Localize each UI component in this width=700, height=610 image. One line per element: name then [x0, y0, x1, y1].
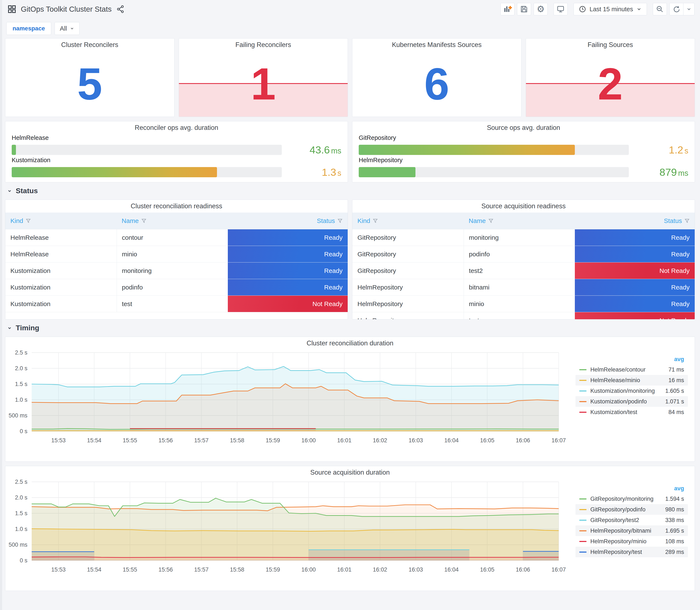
cell-name: bitnami	[464, 279, 575, 295]
panel-title[interactable]: Failing Sources	[526, 38, 695, 51]
variable-namespace-picker[interactable]: All	[54, 22, 80, 35]
column-header-name[interactable]: Name	[464, 212, 575, 229]
x-axis-tick-label: 15:58	[230, 566, 244, 573]
panel-title[interactable]: Cluster reconciliation duration	[5, 337, 695, 350]
panel-title[interactable]: Source acquisition duration	[5, 466, 695, 479]
add-panel-button[interactable]	[501, 3, 515, 15]
row-header-status[interactable]: Status	[7, 187, 694, 195]
y-axis-tick-label: 500 ms	[9, 412, 28, 419]
legend-series-name[interactable]: Kustomization/podinfo	[590, 398, 665, 405]
x-axis-tick-label: 16:02	[373, 437, 387, 444]
x-axis-tick-label: 15:59	[266, 566, 280, 573]
filter-icon[interactable]	[26, 218, 31, 223]
dashboard-settings-button[interactable]: ⚙	[534, 3, 548, 15]
row-header-timing[interactable]: Timing	[7, 324, 694, 332]
time-series-plot[interactable]: 0 s500 ms1.0 s1.5 s2.0 s2.5 s15:5315:541…	[6, 478, 575, 580]
panel-title[interactable]: Failing Reconcilers	[179, 38, 348, 51]
panel-title[interactable]: Reconciler ops avg. duration	[5, 122, 348, 134]
zoom-out-button[interactable]	[653, 3, 667, 15]
cell-status: Ready	[228, 262, 348, 279]
legend-series-dash	[579, 498, 587, 499]
legend-series-name[interactable]: GitRepository/podinfo	[590, 506, 665, 513]
stat-value: 5	[5, 51, 174, 117]
chevron-down-icon	[7, 188, 12, 194]
legend-series-avg: 1.071 s	[665, 398, 684, 405]
filter-icon[interactable]	[338, 218, 343, 223]
legend-series-avg: 338 ms	[665, 517, 684, 524]
column-header-status[interactable]: Status	[228, 212, 348, 229]
column-header-name[interactable]: Name	[117, 212, 228, 229]
refresh-interval-dropdown[interactable]	[683, 3, 694, 15]
gauge-label: GitRepository	[359, 134, 688, 141]
chevron-down-icon	[70, 26, 74, 31]
gauge-value-unit: s	[684, 146, 688, 155]
legend-series-avg: 980 ms	[665, 506, 684, 513]
legend-series-name[interactable]: GitRepository/monitoring	[590, 496, 665, 502]
table-row: HelmReleasecontourReady	[5, 229, 348, 246]
panel-title[interactable]: Source acquisition readiness	[352, 200, 695, 212]
legend-series-name[interactable]: HelmRepository/bitnami	[590, 528, 665, 534]
variable-namespace-label[interactable]: namespace	[6, 22, 51, 35]
x-axis-tick-label: 15:55	[123, 437, 137, 444]
gauge-row: GitRepository1.2s	[359, 134, 688, 156]
column-header-label: Status	[317, 217, 335, 224]
x-axis-tick-label: 15:56	[159, 437, 173, 444]
gauge-bar	[12, 145, 16, 155]
cell-name: contour	[117, 229, 228, 246]
gauge-value: 879ms	[635, 166, 688, 178]
panel-title[interactable]: Kubernetes Manifests Sources	[352, 38, 521, 51]
series-area	[32, 529, 559, 561]
cell-kind: Kustomization	[5, 296, 117, 312]
column-header-kind[interactable]: Kind	[352, 212, 464, 229]
stats-row: Cluster Reconcilers 5 Failing Reconciler…	[5, 38, 695, 117]
table-row: HelmRepositoryminioReady	[352, 295, 695, 312]
legend-series-name[interactable]: GitRepository/test2	[590, 517, 665, 524]
filter-icon[interactable]	[373, 218, 378, 223]
save-dashboard-button[interactable]	[517, 3, 531, 15]
legend-series-name[interactable]: HelmRepository/minio	[590, 538, 665, 545]
legend-series-avg: 108 ms	[665, 538, 684, 545]
share-icon[interactable]	[116, 5, 125, 13]
legend-series-name[interactable]: Kustomization/test	[590, 409, 668, 416]
cell-name: test2	[464, 262, 575, 279]
gauge-line: 1.3s	[12, 166, 341, 178]
time-series-plot[interactable]: 0 s500 ms1.0 s1.5 s2.0 s2.5 s15:5315:541…	[6, 349, 575, 450]
y-axis-tick-label: 1.0 s	[15, 526, 28, 532]
legend-series-name[interactable]: HelmRelease/contour	[590, 366, 668, 373]
panel-title[interactable]: Source ops avg. duration	[352, 122, 695, 134]
time-range-picker[interactable]: Last 15 minutes	[573, 3, 647, 15]
panel-source-acquisition-readiness: Source acquisition readiness KindNameSta…	[352, 199, 695, 319]
gauge-track	[359, 145, 629, 155]
row-header-label: Timing	[16, 324, 39, 332]
filter-icon[interactable]	[141, 218, 146, 223]
x-axis-tick-label: 15:57	[194, 566, 209, 573]
filter-icon[interactable]	[684, 218, 689, 223]
x-axis-tick-label: 15:56	[159, 566, 173, 573]
table-row: KustomizationpodinfoReady	[5, 279, 348, 295]
legend-series-name[interactable]: HelmRelease/minio	[590, 377, 668, 384]
cycle-view-mode-button[interactable]	[554, 3, 568, 15]
legend-row: Kustomization/test84 ms	[575, 407, 688, 417]
bar-gauge: HelmRelease43.6msKustomization1.3s	[5, 133, 348, 182]
gauge-line: 43.6ms	[12, 144, 341, 156]
legend-series-dash	[579, 520, 587, 521]
column-header-status[interactable]: Status	[575, 212, 695, 229]
stat-value: 6	[352, 51, 521, 117]
cell-kind: Kustomization	[5, 279, 117, 295]
panel-title[interactable]: Cluster Reconcilers	[5, 38, 174, 51]
x-axis-tick-label: 16:05	[480, 566, 494, 573]
legend-series-name[interactable]: HelmRepository/test	[590, 549, 665, 556]
filter-icon[interactable]	[488, 218, 493, 223]
panel-title[interactable]: Cluster reconciliation readiness	[5, 200, 348, 212]
column-header-kind[interactable]: Kind	[5, 212, 117, 229]
legend-series-avg: 1.695 s	[665, 528, 684, 534]
refresh-button[interactable]	[670, 3, 683, 15]
gauges-row: Reconciler ops avg. duration HelmRelease…	[5, 121, 695, 182]
x-axis-tick-label: 15:53	[51, 437, 66, 444]
table-row: GitRepositorymonitoringReady	[352, 229, 695, 246]
legend-series-name[interactable]: Kustomization/monitoring	[590, 388, 665, 394]
x-axis-tick-label: 16:04	[444, 437, 459, 444]
panel-cluster-reconciliation-duration: Cluster reconciliation duration 0 s500 m…	[5, 337, 695, 462]
legend-row: HelmRepository/test289 ms	[575, 547, 688, 557]
y-axis-tick-label: 0 s	[20, 428, 28, 434]
